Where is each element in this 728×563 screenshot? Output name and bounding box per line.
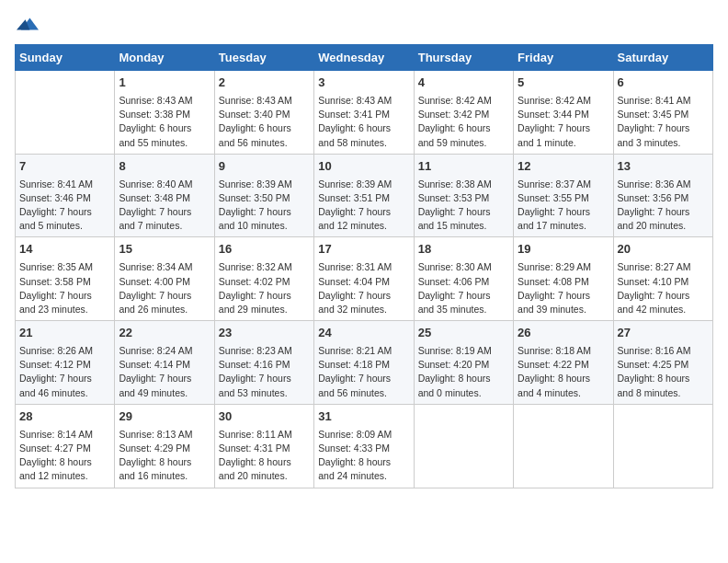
calendar-cell: 3Sunrise: 8:43 AMSunset: 3:41 PMDaylight… <box>314 71 414 155</box>
calendar-week-3: 14Sunrise: 8:35 AMSunset: 3:58 PMDayligh… <box>16 237 713 321</box>
day-number: 11 <box>418 158 509 176</box>
day-number: 13 <box>618 158 709 176</box>
calendar-cell: 4Sunrise: 8:42 AMSunset: 3:42 PMDaylight… <box>414 71 513 155</box>
day-number: 21 <box>19 325 110 342</box>
day-number: 6 <box>618 75 709 92</box>
calendar-cell: 6Sunrise: 8:41 AMSunset: 3:45 PMDaylight… <box>613 71 712 155</box>
day-info: Sunrise: 8:30 AMSunset: 4:06 PMDaylight:… <box>418 260 509 316</box>
calendar-week-4: 21Sunrise: 8:26 AMSunset: 4:12 PMDayligh… <box>16 321 713 405</box>
logo <box>15 15 39 37</box>
day-number: 31 <box>318 408 409 426</box>
day-number: 2 <box>219 75 310 92</box>
calendar-cell: 19Sunrise: 8:29 AMSunset: 4:08 PMDayligh… <box>514 237 613 321</box>
day-number: 5 <box>518 75 609 92</box>
day-number: 30 <box>219 408 310 426</box>
day-number: 18 <box>418 241 509 259</box>
calendar-cell: 18Sunrise: 8:30 AMSunset: 4:06 PMDayligh… <box>414 237 513 321</box>
day-number: 8 <box>119 158 210 176</box>
day-info: Sunrise: 8:36 AMSunset: 3:56 PMDaylight:… <box>618 178 709 234</box>
calendar-cell: 12Sunrise: 8:37 AMSunset: 3:55 PMDayligh… <box>514 154 613 237</box>
calendar-cell: 26Sunrise: 8:18 AMSunset: 4:22 PMDayligh… <box>514 321 613 405</box>
calendar-cell: 15Sunrise: 8:34 AMSunset: 4:00 PMDayligh… <box>115 237 214 321</box>
page-header <box>15 15 713 37</box>
calendar-header-row: SundayMondayTuesdayWednesdayThursdayFrid… <box>16 45 713 71</box>
day-info: Sunrise: 8:37 AMSunset: 3:55 PMDaylight:… <box>518 178 609 234</box>
day-info: Sunrise: 8:42 AMSunset: 3:42 PMDaylight:… <box>418 94 509 150</box>
day-number: 12 <box>518 158 609 176</box>
calendar-cell: 20Sunrise: 8:27 AMSunset: 4:10 PMDayligh… <box>613 237 712 321</box>
calendar-cell: 7Sunrise: 8:41 AMSunset: 3:46 PMDaylight… <box>16 154 115 237</box>
day-info: Sunrise: 8:39 AMSunset: 3:51 PMDaylight:… <box>318 178 409 234</box>
calendar-cell: 9Sunrise: 8:39 AMSunset: 3:50 PMDaylight… <box>214 154 313 237</box>
day-number: 17 <box>318 241 409 259</box>
calendar-cell: 28Sunrise: 8:14 AMSunset: 4:27 PMDayligh… <box>16 404 115 488</box>
calendar-cell <box>16 71 115 155</box>
day-info: Sunrise: 8:42 AMSunset: 3:44 PMDaylight:… <box>518 94 609 150</box>
calendar-cell: 5Sunrise: 8:42 AMSunset: 3:44 PMDaylight… <box>514 71 613 155</box>
day-info: Sunrise: 8:18 AMSunset: 4:22 PMDaylight:… <box>518 344 609 400</box>
calendar-cell: 13Sunrise: 8:36 AMSunset: 3:56 PMDayligh… <box>613 154 712 237</box>
day-number: 1 <box>119 75 210 92</box>
calendar-cell: 29Sunrise: 8:13 AMSunset: 4:29 PMDayligh… <box>115 404 214 488</box>
day-info: Sunrise: 8:27 AMSunset: 4:10 PMDaylight:… <box>618 260 709 316</box>
calendar-cell: 30Sunrise: 8:11 AMSunset: 4:31 PMDayligh… <box>214 404 313 488</box>
day-info: Sunrise: 8:31 AMSunset: 4:04 PMDaylight:… <box>318 260 409 316</box>
calendar-cell: 24Sunrise: 8:21 AMSunset: 4:18 PMDayligh… <box>314 321 414 405</box>
day-number: 3 <box>318 75 409 92</box>
calendar-cell: 22Sunrise: 8:24 AMSunset: 4:14 PMDayligh… <box>115 321 214 405</box>
day-info: Sunrise: 8:43 AMSunset: 3:41 PMDaylight:… <box>318 94 409 150</box>
calendar-table: SundayMondayTuesdayWednesdayThursdayFrid… <box>15 44 713 488</box>
day-info: Sunrise: 8:21 AMSunset: 4:18 PMDaylight:… <box>318 344 409 400</box>
day-info: Sunrise: 8:35 AMSunset: 3:58 PMDaylight:… <box>19 260 110 316</box>
calendar-week-1: 1Sunrise: 8:43 AMSunset: 3:38 PMDaylight… <box>16 71 713 155</box>
day-info: Sunrise: 8:43 AMSunset: 3:38 PMDaylight:… <box>119 94 210 150</box>
day-info: Sunrise: 8:41 AMSunset: 3:45 PMDaylight:… <box>618 94 709 150</box>
day-info: Sunrise: 8:19 AMSunset: 4:20 PMDaylight:… <box>418 344 509 400</box>
calendar-cell: 11Sunrise: 8:38 AMSunset: 3:53 PMDayligh… <box>414 154 513 237</box>
day-info: Sunrise: 8:14 AMSunset: 4:27 PMDaylight:… <box>19 428 110 484</box>
day-number: 16 <box>219 241 310 259</box>
day-number: 29 <box>119 408 210 426</box>
day-info: Sunrise: 8:23 AMSunset: 4:16 PMDaylight:… <box>219 344 310 400</box>
header-wednesday: Wednesday <box>314 45 414 71</box>
calendar-cell: 31Sunrise: 8:09 AMSunset: 4:33 PMDayligh… <box>314 404 414 488</box>
calendar-cell: 16Sunrise: 8:32 AMSunset: 4:02 PMDayligh… <box>214 237 313 321</box>
day-info: Sunrise: 8:43 AMSunset: 3:40 PMDaylight:… <box>219 94 310 150</box>
day-info: Sunrise: 8:39 AMSunset: 3:50 PMDaylight:… <box>219 178 310 234</box>
day-info: Sunrise: 8:24 AMSunset: 4:14 PMDaylight:… <box>119 344 210 400</box>
calendar-cell <box>613 404 712 488</box>
day-number: 9 <box>219 158 310 176</box>
day-number: 22 <box>119 325 210 342</box>
calendar-cell: 25Sunrise: 8:19 AMSunset: 4:20 PMDayligh… <box>414 321 513 405</box>
day-number: 15 <box>119 241 210 259</box>
calendar-cell: 2Sunrise: 8:43 AMSunset: 3:40 PMDaylight… <box>214 71 313 155</box>
header-monday: Monday <box>115 45 214 71</box>
day-info: Sunrise: 8:13 AMSunset: 4:29 PMDaylight:… <box>119 428 210 484</box>
header-saturday: Saturday <box>613 45 712 71</box>
calendar-cell: 8Sunrise: 8:40 AMSunset: 3:48 PMDaylight… <box>115 154 214 237</box>
day-info: Sunrise: 8:09 AMSunset: 4:33 PMDaylight:… <box>318 428 409 484</box>
day-number: 24 <box>318 325 409 342</box>
calendar-cell: 1Sunrise: 8:43 AMSunset: 3:38 PMDaylight… <box>115 71 214 155</box>
day-number: 20 <box>618 241 709 259</box>
calendar-cell <box>514 404 613 488</box>
day-info: Sunrise: 8:29 AMSunset: 4:08 PMDaylight:… <box>518 260 609 316</box>
day-number: 4 <box>418 75 509 92</box>
day-info: Sunrise: 8:38 AMSunset: 3:53 PMDaylight:… <box>418 178 509 234</box>
day-number: 19 <box>518 241 609 259</box>
header-thursday: Thursday <box>414 45 513 71</box>
day-number: 7 <box>19 158 110 176</box>
day-info: Sunrise: 8:40 AMSunset: 3:48 PMDaylight:… <box>119 178 210 234</box>
calendar-cell: 23Sunrise: 8:23 AMSunset: 4:16 PMDayligh… <box>214 321 313 405</box>
day-number: 27 <box>618 325 709 342</box>
day-number: 26 <box>518 325 609 342</box>
day-info: Sunrise: 8:26 AMSunset: 4:12 PMDaylight:… <box>19 344 110 400</box>
calendar-cell: 14Sunrise: 8:35 AMSunset: 3:58 PMDayligh… <box>16 237 115 321</box>
calendar-week-5: 28Sunrise: 8:14 AMSunset: 4:27 PMDayligh… <box>16 404 713 488</box>
day-info: Sunrise: 8:32 AMSunset: 4:02 PMDaylight:… <box>219 260 310 316</box>
calendar-cell: 17Sunrise: 8:31 AMSunset: 4:04 PMDayligh… <box>314 237 414 321</box>
calendar-cell: 10Sunrise: 8:39 AMSunset: 3:51 PMDayligh… <box>314 154 414 237</box>
header-tuesday: Tuesday <box>214 45 313 71</box>
calendar-cell: 27Sunrise: 8:16 AMSunset: 4:25 PMDayligh… <box>613 321 712 405</box>
day-number: 28 <box>19 408 110 426</box>
